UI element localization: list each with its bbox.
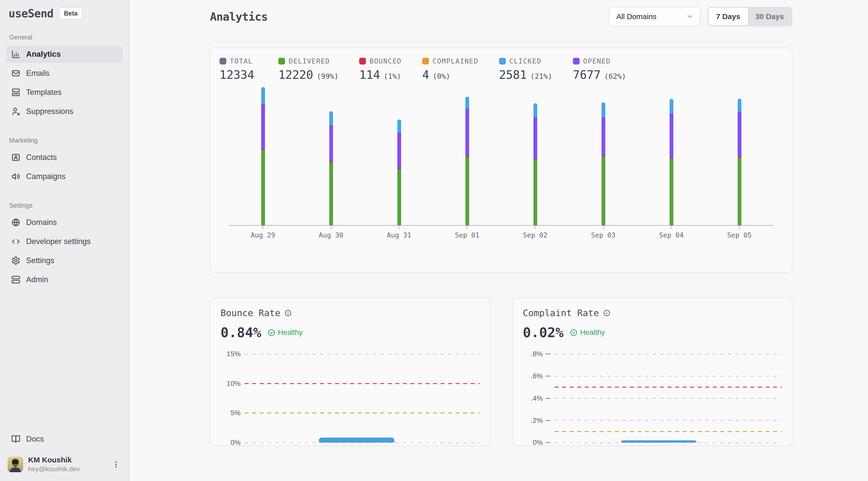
info-icon[interactable]	[284, 309, 292, 317]
bounce-rate-chart: 15% 10% 5% 0%	[220, 354, 480, 448]
info-icon[interactable]	[603, 309, 611, 317]
sidebar-item-suppressions[interactable]: Suppressions	[6, 103, 123, 120]
warning-threshold-line	[555, 431, 782, 432]
bounce-rate-bar[interactable]	[319, 438, 394, 443]
axis-tick	[467, 226, 467, 229]
megaphone-icon	[11, 172, 21, 181]
user-options-button[interactable]	[111, 459, 122, 470]
sidebar-item-admin[interactable]: Admin	[6, 271, 123, 288]
sidebar-item-templates[interactable]: Templates	[6, 84, 123, 101]
sidebar-item-label: Developer settings	[26, 237, 91, 246]
axis-tick	[331, 226, 331, 229]
bar-aug-31[interactable]: Aug 31	[380, 85, 418, 239]
clicked-segment	[738, 99, 741, 112]
complaint-rate-value: 0.02%	[523, 325, 564, 341]
chart-column-icon	[11, 50, 21, 59]
sidebar-item-label: Templates	[26, 88, 62, 97]
sidebar-item-label: Analytics	[26, 50, 61, 59]
opened-segment	[329, 125, 333, 161]
sidebar-item-developer-settings[interactable]: Developer settings	[6, 233, 123, 250]
sidebar-item-analytics[interactable]: Analytics	[6, 46, 123, 63]
sidebar-item-label: Emails	[26, 69, 50, 78]
range-30-days-button[interactable]: 30 Days	[748, 8, 792, 25]
sidebar-item-label: Contacts	[26, 153, 57, 162]
sidebar-item-label: Admin	[26, 275, 48, 284]
sidebar-item-contacts[interactable]: Contacts	[6, 149, 123, 166]
stat-pct: (0%)	[433, 72, 450, 81]
bar-aug-29[interactable]: Aug 29	[244, 85, 282, 239]
y-tick-label: 5%	[220, 409, 241, 417]
delivered-dot	[278, 58, 285, 65]
domain-filter-select[interactable]: All Domains	[609, 7, 700, 26]
bar-sep-01[interactable]: Sep 01	[448, 85, 486, 239]
axis-tick	[739, 226, 740, 229]
opened-segment	[670, 114, 673, 158]
bar-sep-04[interactable]: Sep 04	[652, 85, 690, 239]
complaint-rate-bar[interactable]	[621, 440, 696, 443]
delivered-segment	[670, 158, 673, 225]
sidebar-item-label: Suppressions	[26, 107, 73, 116]
logo-row: useSend Beta	[6, 7, 123, 20]
date-range-toggle: 7 Days 30 Days	[708, 7, 793, 26]
bounce-rate-value: 0.84%	[220, 325, 261, 341]
beta-badge: Beta	[59, 7, 82, 20]
code-icon	[11, 237, 21, 246]
status-label: Healthy	[580, 328, 605, 336]
delivered-segment	[601, 156, 605, 225]
y-tick-label: .2%	[523, 416, 543, 424]
user-menu[interactable]: KM Koushik hey@koushik.dev	[6, 454, 123, 475]
delivered-segment	[465, 157, 469, 225]
clicked-segment	[601, 102, 605, 117]
y-tick-label: 15%	[220, 350, 241, 358]
sidebar-item-docs[interactable]: Docs	[6, 430, 123, 448]
bar-sep-02[interactable]: Sep 02	[516, 85, 554, 239]
x-axis-label: Aug 31	[387, 231, 411, 239]
stat-value: 4	[422, 68, 429, 82]
axis-tick	[535, 226, 535, 229]
opened-dot	[573, 58, 580, 65]
y-tick-label: .6%	[523, 372, 543, 380]
y-tick-mark	[546, 442, 551, 443]
avatar	[7, 457, 23, 472]
stat-label: BOUNCED	[369, 57, 402, 65]
rate-cards-row: Bounce Rate 0.84% Healthy 15% 10% 5% 0%	[210, 298, 793, 446]
server-icon	[11, 275, 21, 284]
status-label: Healthy	[278, 328, 303, 336]
stat-total: TOTAL 12334	[219, 57, 258, 82]
bar-sep-05[interactable]: Sep 05	[720, 85, 758, 239]
y-tick-label: 0%	[523, 439, 543, 447]
section-label-marketing: Marketing	[9, 136, 123, 145]
sidebar-item-settings[interactable]: Settings	[6, 252, 123, 269]
sidebar-item-domains[interactable]: Domains	[6, 214, 123, 231]
sidebar-item-emails[interactable]: Emails	[6, 65, 123, 82]
gridline	[555, 398, 782, 399]
y-tick-label: 10%	[220, 380, 241, 388]
stat-complained: COMPLAINED 4(0%)	[422, 57, 478, 82]
sidebar-item-campaigns[interactable]: Campaigns	[6, 168, 123, 185]
main-content: Analytics All Domains 7 Days 30 Days TOT…	[130, 0, 868, 481]
stat-value: 114	[359, 68, 380, 82]
layout-template-icon	[11, 88, 21, 97]
stat-bounced: BOUNCED 114(1%)	[359, 57, 402, 82]
gridline	[555, 354, 782, 354]
bar-sep-03[interactable]: Sep 03	[584, 85, 622, 239]
analytics-card: TOTAL 12334 DELIVERED 12220(99%) BOUNCED…	[210, 48, 793, 272]
sidebar-item-label: Settings	[26, 256, 54, 265]
axis-tick	[399, 226, 399, 229]
globe-icon	[11, 218, 21, 227]
range-7-days-button[interactable]: 7 Days	[709, 8, 748, 25]
delivered-segment	[738, 157, 741, 225]
x-axis-label: Sep 02	[523, 231, 548, 239]
bar-aug-30[interactable]: Aug 30	[312, 85, 350, 239]
app-logo: useSend	[8, 7, 53, 20]
y-tick-mark	[546, 353, 551, 354]
page-header: Analytics All Domains 7 Days 30 Days	[210, 7, 793, 26]
user-email: hey@koushik.dev	[28, 465, 105, 473]
x-axis-label: Sep 01	[455, 231, 479, 239]
complaint-rate-card: Complaint Rate 0.02% Healthy .8% .6% .4	[513, 298, 793, 446]
bounce-status-badge: Healthy	[268, 328, 303, 336]
danger-threshold-line	[245, 383, 480, 384]
y-tick-mark	[546, 420, 551, 421]
gear-icon	[11, 256, 21, 265]
check-circle-icon	[569, 329, 578, 336]
